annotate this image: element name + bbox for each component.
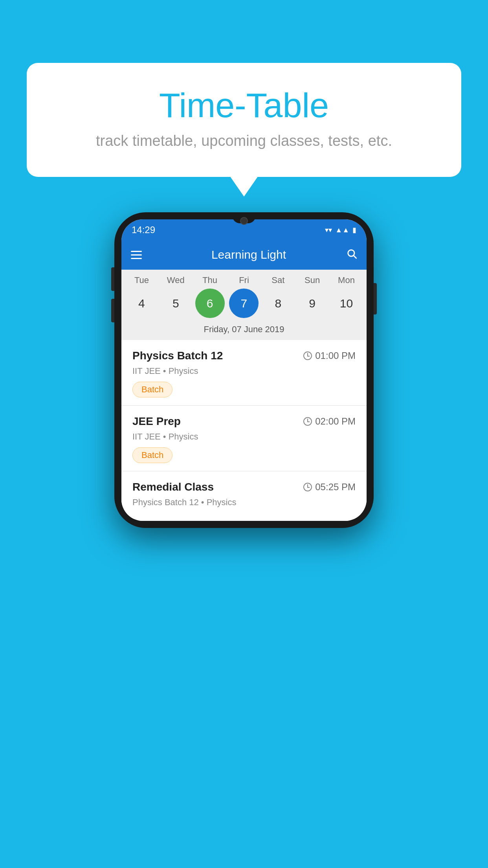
event-time-label-1: 01:00 PM [315,350,356,361]
phone-mockup: 14:29 ▾▾ ▲▲ ▮ Learning Light [114,212,374,528]
front-camera [240,217,248,225]
events-list: Physics Batch 12 01:00 PM IIT JEE • Phys… [121,340,367,521]
date-9[interactable]: 9 [297,289,327,318]
event-badge-2: Batch [132,447,172,463]
day-sat: Sat [263,275,293,285]
event-badge-1: Batch [132,382,172,397]
day-numbers: 4 5 6 7 8 9 10 [121,285,367,321]
event-name-2: JEE Prep [132,415,181,428]
phone-screen: 14:29 ▾▾ ▲▲ ▮ Learning Light [121,219,367,521]
clock-icon-1 [303,351,312,360]
day-thu: Thu [195,275,225,285]
volume-up-button [111,267,114,291]
event-time-3: 05:25 PM [303,482,356,493]
clock-icon-3 [303,483,312,491]
app-title: Learning Light [151,248,346,261]
signal-icon: ▲▲ [335,226,349,234]
event-time-2: 02:00 PM [303,416,356,427]
date-8[interactable]: 8 [263,289,293,318]
wifi-icon: ▾▾ [325,226,332,234]
search-icon[interactable] [346,248,357,262]
volume-down-button [111,299,114,322]
status-time: 14:29 [132,224,155,235]
event-item-3[interactable]: Remedial Class 05:25 PM Physics Batch 12… [121,471,367,521]
day-fri: Fri [229,275,259,285]
power-button [374,283,377,314]
event-item-1[interactable]: Physics Batch 12 01:00 PM IIT JEE • Phys… [121,340,367,406]
speech-bubble: Time-Table track timetable, upcoming cla… [27,63,461,177]
day-wed: Wed [161,275,191,285]
event-time-label-2: 02:00 PM [315,416,356,427]
phone-outer: 14:29 ▾▾ ▲▲ ▮ Learning Light [114,212,374,528]
clock-icon-2 [303,417,312,426]
svg-line-1 [354,256,356,258]
event-name-1: Physics Batch 12 [132,349,223,362]
date-4[interactable]: 4 [127,289,156,318]
event-header-3: Remedial Class 05:25 PM [132,481,356,493]
day-headers: Tue Wed Thu Fri Sat Sun Mon [121,275,367,285]
bubble-subtitle: track timetable, upcoming classes, tests… [46,132,442,149]
date-7-selected[interactable]: 7 [229,289,259,318]
event-header-2: JEE Prep 02:00 PM [132,415,356,428]
day-sun: Sun [297,275,327,285]
event-time-label-3: 05:25 PM [315,482,356,493]
calendar-strip: Tue Wed Thu Fri Sat Sun Mon 4 5 6 7 8 9 … [121,270,367,340]
battery-icon: ▮ [352,226,356,234]
menu-icon[interactable] [131,251,142,259]
event-name-3: Remedial Class [132,481,214,493]
event-subject-2: IIT JEE • Physics [132,432,356,442]
selected-date-label: Friday, 07 June 2019 [121,321,367,340]
date-10[interactable]: 10 [332,289,361,318]
date-6-today[interactable]: 6 [195,289,225,318]
bubble-title: Time-Table [46,86,442,125]
app-bar: Learning Light [121,240,367,270]
event-subject-1: IIT JEE • Physics [132,366,356,376]
day-tue: Tue [127,275,156,285]
date-5[interactable]: 5 [161,289,191,318]
event-header-1: Physics Batch 12 01:00 PM [132,349,356,362]
event-subject-3: Physics Batch 12 • Physics [132,497,356,508]
event-time-1: 01:00 PM [303,350,356,361]
status-icons: ▾▾ ▲▲ ▮ [325,226,356,234]
event-item-2[interactable]: JEE Prep 02:00 PM IIT JEE • Physics Batc… [121,406,367,471]
day-mon: Mon [332,275,361,285]
